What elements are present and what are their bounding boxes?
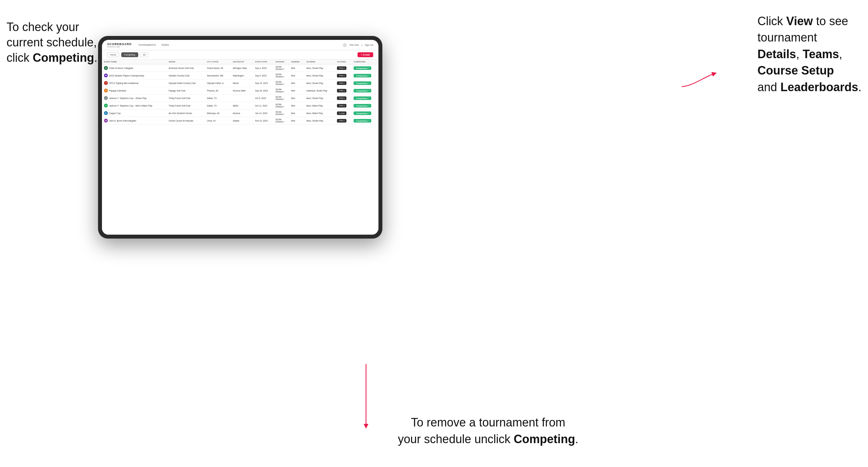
competing-cell: Competing ✓	[352, 102, 378, 110]
competing-cell: Competing ✓	[352, 87, 378, 94]
nav-bar: SCOREBOARD Powered by clippi TOURNAMENTS…	[102, 40, 378, 50]
venue-cell: Olympia Fields Country Club	[167, 80, 205, 87]
filter-home[interactable]: Home	[107, 52, 119, 57]
gender-cell: Men	[289, 72, 305, 80]
view-button[interactable]: View ℹ	[337, 104, 346, 107]
event-name-cell: MFolds of Honor Collegiate	[102, 64, 167, 72]
col-hosted: HOSTED BY	[231, 60, 253, 64]
gender-cell: Men	[289, 117, 305, 125]
city-cell: Olympia Fields, IL	[205, 80, 231, 87]
division-cell: NCAADivision I	[274, 87, 289, 94]
venue-cell: Sahalee Country Club	[167, 72, 205, 80]
scoring-cell: team, Stroke Play	[304, 80, 335, 87]
hosted-cell: Arizona	[231, 110, 253, 117]
actions-cell: View ℹ	[335, 94, 352, 102]
hosted-cell: Hawaii	[231, 117, 253, 125]
event-name-cell: PPapago Individual	[102, 87, 167, 94]
table-row: HJohn A. Burns IntercollegiateOcean Cour…	[102, 117, 378, 125]
scoring-cell: team, Stroke Play	[304, 117, 335, 125]
table-container[interactable]: EVENT NAME VENUE CITY, STATE HOSTED BY S…	[102, 60, 378, 235]
actions-cell: View ℹ	[335, 72, 352, 80]
gender-cell: Men	[289, 110, 305, 117]
hosted-cell	[231, 94, 253, 102]
actions-cell: View ℹ	[335, 87, 352, 94]
event-name-cell: IOFCC Fighting Illini Invitational	[102, 80, 167, 87]
scoring-cell: team, Match Play	[304, 102, 335, 110]
table-row: IOFCC Fighting Illini InvitationalOlympi…	[102, 80, 378, 87]
table-row: JJackson T. Stephens Cup – Stroke PlayTr…	[102, 94, 378, 102]
competing-button[interactable]: Competing ✓	[353, 104, 371, 107]
tablet-frame: SCOREBOARD Powered by clippi TOURNAMENTS…	[98, 36, 382, 239]
scoring-cell: team, Match Play	[304, 110, 335, 117]
gender-cell: Men	[289, 102, 305, 110]
view-button[interactable]: View ℹ	[337, 96, 346, 100]
team-icon: J	[104, 96, 108, 100]
team-icon: A	[104, 111, 108, 115]
competing-button[interactable]: Competing ✓	[353, 66, 371, 70]
competing-cell: Competing ✓	[352, 94, 378, 102]
nav-separator: |	[362, 44, 362, 46]
table-row: MFolds of Honor CollegiateAmerican Dunes…	[102, 64, 378, 72]
view-button[interactable]: View ℹ	[337, 82, 346, 85]
actions-cell: ✎ Edit	[335, 110, 352, 117]
view-button[interactable]: View ℹ	[337, 66, 346, 70]
event-name: 2023 Sahalee Players Championship	[109, 74, 144, 77]
event-name: Copper Cup	[109, 112, 121, 114]
nav-teams[interactable]: TEAMS	[161, 43, 169, 47]
city-cell: Maricopa, AZ	[205, 110, 231, 117]
scoring-cell: team, Stroke Play	[304, 94, 335, 102]
competing-button[interactable]: Competing ✓	[353, 119, 371, 123]
col-date: START DATE	[253, 60, 274, 64]
edit-button[interactable]: ✎ Edit	[337, 112, 346, 115]
competing-button[interactable]: Competing ✓	[353, 74, 371, 77]
gender-cell: Men	[289, 94, 305, 102]
table-row: JJackson T. Stephens Cup – Men's Match P…	[102, 102, 378, 110]
nav-signout[interactable]: Sign out	[365, 44, 373, 46]
date-cell: Oct 11, 2023	[253, 102, 274, 110]
col-venue: VENUE	[167, 60, 205, 64]
event-name: Jackson T. Stephens Cup – Men's Match Pl…	[109, 104, 152, 107]
competing-cell: Competing ✓	[352, 117, 378, 125]
city-cell: Sammamish, WA	[205, 72, 231, 80]
view-button[interactable]: View ℹ	[337, 89, 346, 92]
event-name-cell: ACopper Cup	[102, 110, 167, 117]
city-cell: Dallas, TX	[205, 102, 231, 110]
col-actions: ACTIONS	[335, 60, 352, 64]
view-button[interactable]: View ℹ	[337, 119, 346, 123]
filter-all[interactable]: All	[140, 52, 149, 57]
date-cell: Oct 9, 2023	[253, 94, 274, 102]
competing-cell: Competing ✓	[352, 64, 378, 72]
gender-cell: Men	[289, 80, 305, 87]
filter-bar: Home Competing All + Create	[102, 50, 378, 60]
table-header-row: EVENT NAME VENUE CITY, STATE HOSTED BY S…	[102, 60, 378, 64]
col-city: CITY, STATE	[205, 60, 231, 64]
filter-competing[interactable]: Competing	[121, 52, 138, 57]
view-button[interactable]: View ℹ	[337, 74, 346, 77]
team-icon: H	[104, 119, 108, 123]
actions-cell: View ℹ	[335, 102, 352, 110]
event-name: Papago Individual	[109, 90, 126, 92]
team-icon: W	[104, 73, 108, 77]
nav-tournaments[interactable]: TOURNAMENTS	[138, 43, 156, 47]
scoring-cell: individual, Stroke Play	[304, 87, 335, 94]
city-cell: Grand Haven, MI	[205, 64, 231, 72]
date-cell: Feb 15, 2024	[253, 117, 274, 125]
col-event-name: EVENT NAME	[102, 60, 167, 64]
competing-button[interactable]: Competing ✓	[353, 96, 371, 100]
date-cell: Sep 18, 2023	[253, 87, 274, 94]
annotation-top-right: Click View to see tournament Details, Te…	[757, 13, 862, 95]
col-scoring: SCORING	[304, 60, 335, 64]
team-icon: P	[104, 89, 108, 92]
team-icon: J	[104, 103, 108, 107]
competing-button[interactable]: Competing ✓	[353, 82, 371, 85]
venue-cell: American Dunes Golf Club	[167, 64, 205, 72]
date-cell: Sep 15, 2023	[253, 80, 274, 87]
hosted-cell: Illinois	[231, 80, 253, 87]
city-cell: Dallas, TX	[205, 94, 231, 102]
nav-user: Test User	[349, 44, 359, 46]
competing-button[interactable]: Competing ✓	[353, 112, 371, 115]
actions-cell: View ℹ	[335, 117, 352, 125]
competing-button[interactable]: Competing ✓	[353, 89, 371, 92]
create-button[interactable]: + Create	[358, 52, 373, 57]
annotation-bottom: To remove a tournament from your schedul…	[398, 414, 579, 447]
